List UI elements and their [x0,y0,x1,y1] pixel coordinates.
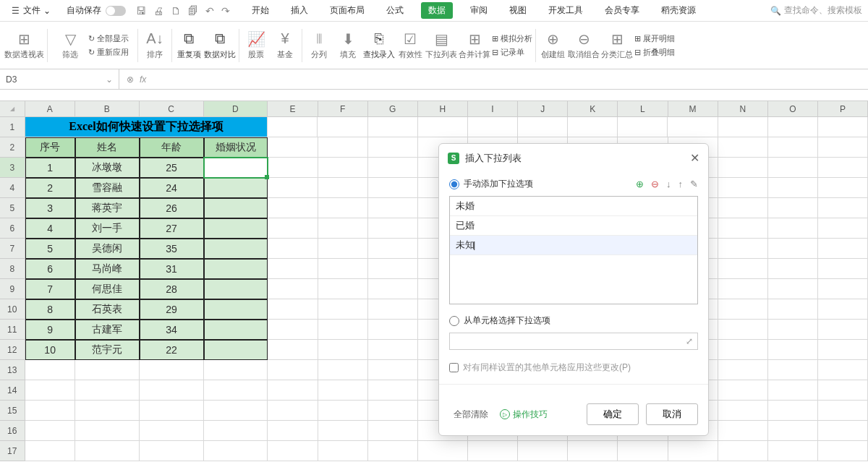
cell[interactable] [368,380,418,401]
col-C[interactable]: C [140,101,204,117]
col-H[interactable]: H [418,101,468,117]
cell[interactable] [818,441,868,461]
row-header[interactable]: 15 [0,401,25,421]
split-button[interactable]: ⫴分列 [305,31,333,60]
cell[interactable] [318,401,368,421]
cell[interactable] [140,401,204,421]
cell[interactable] [25,380,75,401]
cell[interactable] [204,360,268,380]
cell[interactable] [140,360,204,380]
list-item-editing[interactable]: 未知 [450,236,697,255]
cell[interactable]: 石英表 [75,299,140,320]
col-D[interactable]: D [204,101,268,117]
cell[interactable]: 何思佳 [75,279,140,299]
cell[interactable] [718,360,768,380]
range-input[interactable]: ⤢ [449,333,698,350]
formula-input[interactable]: ⊗ fx [119,74,868,85]
cell[interactable] [368,360,418,380]
cell[interactable] [140,380,204,401]
cancel-button[interactable]: 取消 [646,403,698,425]
cell[interactable] [818,137,868,158]
cell[interactable] [318,421,368,441]
cell[interactable] [818,178,868,198]
cell[interactable] [818,279,868,299]
cell[interactable] [318,117,367,137]
cell[interactable]: 25 [140,158,204,178]
cell[interactable] [718,320,768,340]
cell[interactable]: 9 [25,320,75,340]
cell[interactable] [318,218,368,239]
cell[interactable]: 吴德闲 [75,239,140,259]
row-header[interactable]: 12 [0,340,25,360]
cell[interactable] [518,117,568,137]
cell[interactable] [318,279,368,299]
cell[interactable] [368,239,418,259]
row-header[interactable]: 7 [0,239,25,259]
cell[interactable] [368,218,418,239]
cell[interactable] [204,218,268,239]
cell[interactable] [818,421,868,441]
cell[interactable] [318,299,368,320]
fund-button[interactable]: ¥基金 [271,31,299,60]
cell[interactable]: 35 [140,239,204,259]
cell[interactable] [368,421,418,441]
cell[interactable] [768,441,818,461]
col-L[interactable]: L [618,101,668,117]
cell[interactable]: 6 [25,259,75,279]
cell[interactable] [204,441,268,461]
group-button[interactable]: ⊕创建组 [539,31,566,60]
tab-start[interactable]: 开始 [247,1,273,20]
cell[interactable] [204,320,268,340]
row-header[interactable]: 16 [0,421,25,441]
move-up-icon[interactable]: ↑ [678,179,684,189]
preview-icon[interactable]: 🗋 [171,5,181,17]
cell[interactable] [368,178,418,198]
name-box[interactable]: D3 ⌄ [0,69,119,89]
tab-dev[interactable]: 开发工具 [544,1,587,20]
cell[interactable] [818,340,868,360]
cell[interactable] [718,239,768,259]
cell[interactable] [75,441,140,461]
cell[interactable]: 序号 [25,137,75,158]
consolidate-button[interactable]: ⊞合并计算 [459,31,490,60]
show-all[interactable]: ↻ 全部显示 [88,33,129,44]
cell[interactable] [204,279,268,299]
cell[interactable] [318,178,368,198]
cell[interactable] [718,259,768,279]
cell[interactable] [318,380,368,401]
autosave-toggle[interactable]: 自动保存 [67,4,126,17]
cell[interactable] [718,218,768,239]
edit-item-icon[interactable]: ✎ [690,179,698,189]
cell[interactable] [768,178,818,198]
cell[interactable] [268,137,318,158]
collapse[interactable]: ⊟ 折叠明细 [634,47,675,58]
cell[interactable] [268,117,318,137]
cell[interactable] [468,117,518,137]
cell[interactable]: 古建军 [75,320,140,340]
col-P[interactable]: P [818,101,868,117]
cell[interactable] [268,401,318,421]
list-item[interactable]: 未婚 [450,197,697,216]
cell[interactable] [25,421,75,441]
cell[interactable] [618,117,668,137]
reapply[interactable]: ↻ 重新应用 [88,47,129,58]
row-header[interactable]: 14 [0,380,25,401]
cell[interactable] [318,137,368,158]
cell[interactable] [368,279,418,299]
fill-button[interactable]: ⬇填充 [334,31,362,60]
cell[interactable] [718,441,768,461]
cell[interactable] [268,218,318,239]
findentry-button[interactable]: ⎘查找录入 [363,31,395,60]
cell[interactable] [818,320,868,340]
cell[interactable]: 范宇元 [75,340,140,360]
cell[interactable]: 2 [25,178,75,198]
cell[interactable] [204,158,268,178]
cell[interactable] [204,178,268,198]
cell[interactable]: 马尚峰 [75,259,140,279]
ungroup-button[interactable]: ⊖取消组合 [568,31,600,60]
close-icon[interactable]: ✕ [690,151,699,165]
col-F[interactable]: F [318,101,368,117]
cell[interactable] [75,401,140,421]
cell[interactable]: 28 [140,279,204,299]
cell[interactable] [268,158,318,178]
